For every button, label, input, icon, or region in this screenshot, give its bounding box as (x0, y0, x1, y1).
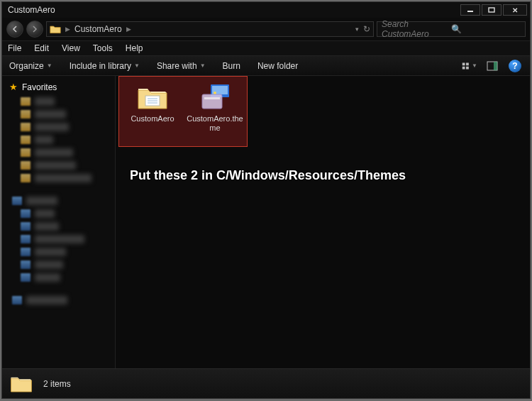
sidebar-item[interactable] (2, 271, 115, 284)
burn-button[interactable]: Burn (223, 61, 240, 71)
content-pane[interactable]: CustomAero CustomAero.theme (116, 76, 530, 368)
svg-rect-5 (466, 66, 469, 69)
navigation-bar: ▶ CustomAero ▶ ▾ ↻ Search CustomAero 🔍 (2, 18, 530, 40)
svg-rect-7 (494, 62, 497, 70)
titlebar: CustomAero ✕ (2, 2, 530, 18)
help-icon: ? (509, 60, 521, 72)
file-label: CustomAero.theme (187, 114, 243, 133)
close-button[interactable]: ✕ (503, 4, 527, 16)
command-bar: Organize▼ Include in library▼ Share with… (2, 56, 530, 76)
preview-pane-button[interactable] (484, 59, 500, 73)
sidebar-item[interactable] (2, 108, 115, 121)
file-list: CustomAero CustomAero.theme (120, 80, 526, 136)
new-folder-button[interactable]: New folder (257, 61, 298, 71)
svg-rect-4 (462, 66, 465, 69)
share-with-button[interactable]: Share with▼ (157, 61, 206, 71)
svg-rect-2 (462, 62, 465, 65)
instruction-annotation: Put these 2 in C/Windows/Resources/Theme… (130, 168, 406, 183)
sidebar-item[interactable] (2, 233, 115, 246)
back-button[interactable] (6, 21, 23, 38)
search-input[interactable]: Search CustomAero 🔍 (377, 21, 526, 37)
forward-button[interactable] (26, 21, 43, 38)
svg-point-14 (214, 92, 216, 94)
sidebar-item[interactable] (2, 220, 115, 233)
view-options-button[interactable]: ▼ (462, 59, 477, 73)
favorites-header[interactable]: ★ Favorites (2, 79, 115, 95)
star-icon: ★ (9, 82, 18, 92)
menu-view[interactable]: View (62, 43, 80, 53)
svg-rect-15 (202, 94, 222, 109)
search-placeholder: Search CustomAero (382, 19, 451, 39)
folder-icon (9, 373, 33, 395)
window-title: CustomAero (5, 5, 459, 15)
menu-edit[interactable]: Edit (34, 43, 49, 53)
menu-bar: File Edit View Tools Help (2, 40, 530, 56)
sidebar-item[interactable] (2, 121, 115, 133)
sidebar-item[interactable] (2, 146, 115, 159)
sidebar-group[interactable] (2, 294, 115, 307)
maximize-button[interactable] (482, 4, 501, 16)
svg-rect-0 (467, 11, 473, 12)
navigation-pane: ★ Favorites (2, 76, 116, 368)
sidebar-item[interactable] (2, 159, 115, 172)
breadcrumb-segment[interactable]: CustomAero (74, 24, 122, 34)
menu-file[interactable]: File (8, 43, 21, 53)
search-icon: 🔍 (451, 24, 521, 34)
address-bar[interactable]: ▶ CustomAero ▶ ▾ ↻ (46, 21, 374, 37)
svg-rect-16 (204, 97, 220, 99)
sidebar-item[interactable] (2, 246, 115, 258)
chevron-right-icon: ▶ (126, 26, 131, 33)
menu-help[interactable]: Help (126, 43, 143, 53)
sidebar-group[interactable] (2, 194, 115, 207)
svg-rect-3 (466, 62, 469, 65)
dropdown-icon[interactable]: ▾ (355, 26, 359, 33)
menu-tools[interactable]: Tools (93, 43, 113, 53)
minimize-button[interactable] (460, 4, 480, 16)
sidebar-item[interactable] (2, 207, 115, 220)
file-label: CustomAero (131, 114, 174, 123)
theme-file-icon (198, 83, 232, 111)
refresh-icon[interactable]: ↻ (363, 24, 370, 34)
svg-rect-1 (489, 8, 494, 12)
folder-icon (50, 24, 61, 34)
item-count-label: 2 items (43, 379, 71, 389)
sidebar-item[interactable] (2, 258, 115, 271)
sidebar-item[interactable] (2, 95, 115, 108)
details-pane: 2 items (2, 368, 530, 398)
explorer-body: ★ Favorites (2, 76, 530, 368)
file-item-folder[interactable]: CustomAero (124, 83, 181, 133)
help-button[interactable]: ? (507, 59, 523, 73)
folder-icon (135, 83, 170, 111)
explorer-window: CustomAero ✕ ▶ CustomAero ▶ ▾ ↻ (1, 1, 531, 399)
organize-button[interactable]: Organize▼ (9, 61, 52, 71)
include-in-library-button[interactable]: Include in library▼ (70, 61, 140, 71)
favorites-label: Favorites (22, 82, 57, 92)
chevron-right-icon: ▶ (65, 26, 70, 33)
sidebar-item[interactable] (2, 172, 115, 185)
file-item-theme[interactable]: CustomAero.theme (187, 83, 243, 133)
sidebar-item[interactable] (2, 133, 115, 146)
